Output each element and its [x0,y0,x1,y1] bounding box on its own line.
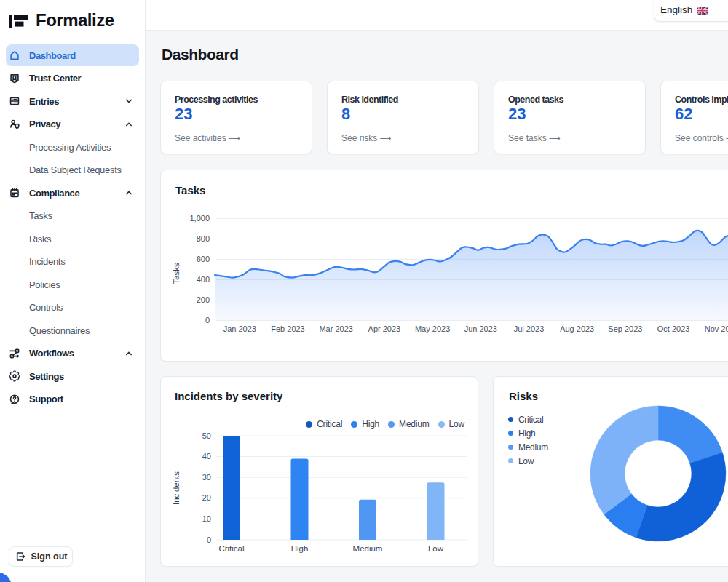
svg-text:Low: Low [428,544,444,553]
svg-text:May 2023: May 2023 [415,324,450,333]
svg-text:Apr 2023: Apr 2023 [368,324,401,333]
svg-text:Sep 2023: Sep 2023 [608,324,642,333]
svg-text:Oct 2023: Oct 2023 [657,324,690,333]
svg-text:200: 200 [197,295,210,304]
svg-text:0: 0 [207,535,211,544]
svg-text:10: 10 [202,514,211,523]
svg-text:800: 800 [197,234,210,243]
svg-text:40: 40 [202,452,211,461]
svg-text:Jul 2023: Jul 2023 [514,324,545,333]
svg-text:Incidents: Incidents [172,471,181,505]
svg-text:50: 50 [202,431,211,440]
svg-text:1,000: 1,000 [189,214,210,223]
svg-text:Tasks: Tasks [172,263,181,284]
svg-text:High: High [291,544,309,553]
svg-text:Feb 2023: Feb 2023 [271,324,304,333]
svg-text:20: 20 [202,493,211,502]
svg-text:Aug 2023: Aug 2023 [560,324,594,333]
svg-text:400: 400 [197,275,210,284]
svg-text:0: 0 [205,316,210,324]
svg-text:30: 30 [202,473,211,482]
svg-text:Mar 2023: Mar 2023 [319,324,352,333]
svg-text:Critical: Critical [218,544,244,553]
svg-text:600: 600 [197,255,210,263]
svg-text:Jan 2023: Jan 2023 [223,324,256,333]
svg-text:Jun 2023: Jun 2023 [464,324,497,333]
svg-text:Medium: Medium [353,544,383,553]
svg-text:Nov 2023: Nov 2023 [705,324,728,333]
